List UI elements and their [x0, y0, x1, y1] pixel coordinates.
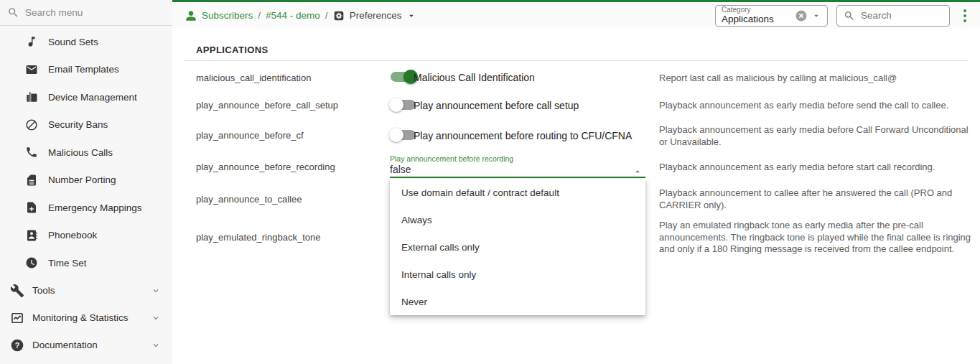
pref-key: play_announce_before_call_setup [196, 100, 338, 111]
toolbar-search[interactable] [836, 5, 950, 27]
dropdown-option[interactable]: Use domain default / contract default [390, 179, 645, 206]
select-dropdown-menu: Use domain default / contract default Al… [390, 179, 645, 315]
kebab-menu-icon[interactable] [960, 6, 970, 25]
pref-key: play_announce_before_cf [196, 130, 304, 141]
pref-key: play_announce_to_callee [196, 194, 302, 205]
select-play-announce-before-recording[interactable]: Play announcement before recording false [390, 154, 645, 178]
toggle-label: Malicious Call Identification [414, 72, 535, 83]
sidebar-item-device-management[interactable]: Device Management [0, 83, 172, 111]
sim-card-icon [25, 174, 38, 187]
pref-key: play_emulated_ringback_tone [196, 232, 320, 243]
sidebar-item-email-templates[interactable]: Email Templates [0, 56, 172, 84]
sidebar-item-security-bans[interactable]: Security Bans [0, 111, 172, 139]
select-field-value: false [390, 164, 411, 175]
sidebar-item-emergency-mappings[interactable]: Emergency Mappings [0, 194, 172, 222]
block-icon [25, 118, 38, 131]
help-circle-icon: ? [10, 338, 24, 353]
pref-description: Playback announcement to callee after he… [659, 187, 972, 211]
breadcrumb-subscriber-id[interactable]: #544 - demo [266, 10, 320, 21]
breadcrumb: Subscribers / #544 - demo / Preferences [185, 10, 416, 22]
sidebar-search-input[interactable] [25, 7, 147, 18]
clear-circle-icon[interactable] [795, 9, 808, 22]
fax-device-icon [25, 90, 38, 103]
sidebar-search[interactable] [0, 0, 172, 26]
chevron-down-icon [151, 286, 161, 296]
triangle-down-icon[interactable] [406, 11, 416, 21]
sidebar-item-number-porting[interactable]: Number Porting [0, 167, 172, 195]
sidebar-section-label: Monitoring & Statistics [32, 312, 129, 323]
dropdown-option[interactable]: External calls only [390, 233, 645, 261]
phone-icon [25, 146, 38, 159]
pref-key: play_announce_before_recording [196, 162, 335, 172]
triangle-up-icon[interactable] [633, 167, 643, 177]
settings-square-icon [333, 10, 345, 22]
sidebar-item-label: Phonebook [48, 230, 97, 241]
envelope-icon [25, 63, 38, 76]
chevron-down-icon [151, 313, 161, 323]
toggle-label: Play announcement before call setup [414, 100, 579, 111]
pref-description: Play an emulated ringback tone as early … [659, 220, 972, 256]
toggle-label: Play announcement before routing to CFU/… [414, 130, 632, 141]
clock-icon [25, 256, 38, 269]
sidebar-section-documentation[interactable]: ? Documentation [0, 332, 172, 359]
sidebar-item-phonebook[interactable]: Phonebook [0, 222, 172, 250]
chart-icon [10, 311, 24, 325]
sidebar-item-label: Emergency Mappings [48, 202, 142, 213]
sidebar-item-label: Email Templates [48, 64, 119, 75]
main-panel: Subscribers / #544 - demo / Preferences … [172, 0, 980, 364]
category-select-value: Applications [722, 14, 774, 24]
dropdown-option[interactable]: Never [390, 288, 645, 315]
dropdown-option[interactable]: Internal calls only [390, 261, 645, 288]
sidebar-item-time-set[interactable]: Time Set [0, 249, 172, 277]
triangle-down-icon[interactable] [811, 11, 821, 21]
toggle-knob [389, 128, 403, 142]
magnifier-icon [7, 6, 19, 19]
chevron-down-icon [151, 340, 161, 350]
app-window: Sound Sets Email Templates Device Manage… [0, 0, 980, 364]
breadcrumb-separator: / [258, 10, 261, 21]
section-divider [184, 60, 969, 61]
sidebar-nav: Sound Sets Email Templates Device Manage… [0, 26, 172, 359]
pref-description: Playback announcement as early media bef… [659, 124, 972, 148]
person-icon [185, 10, 197, 22]
category-select[interactable]: Category Applications [715, 5, 828, 27]
sidebar-item-label: Device Management [48, 92, 137, 103]
sidebar-item-label: Time Set [48, 258, 87, 269]
magnifier-icon [844, 10, 855, 22]
pref-key: malicious_call_identification [196, 73, 311, 83]
sidebar-item-malicious-calls[interactable]: Malicious Calls [0, 139, 172, 167]
sidebar-item-sound-sets[interactable]: Sound Sets [0, 28, 172, 56]
toggle-knob [389, 98, 403, 112]
section-title: APPLICATIONS [196, 45, 269, 55]
breadcrumb-separator: / [325, 10, 328, 21]
sidebar-section-monitoring-statistics[interactable]: Monitoring & Statistics [0, 304, 172, 332]
sidebar-item-label: Number Porting [48, 174, 116, 185]
pref-description: Playback announcement as early media bef… [659, 162, 972, 174]
top-toolbar: Subscribers / #544 - demo / Preferences … [172, 2, 980, 29]
sidebar-section-label: Tools [32, 285, 55, 296]
sidebar-item-label: Security Bans [48, 119, 108, 130]
music-note-icon [25, 35, 38, 48]
pref-description: Report last call as malicious by calling… [659, 73, 972, 85]
pref-description: Playback announcement as early media bef… [659, 100, 972, 112]
sidebar-section-tools[interactable]: Tools [0, 277, 172, 304]
breadcrumb-preferences[interactable]: Preferences [350, 10, 402, 21]
select-field-label: Play announcement before recording [390, 154, 513, 163]
dropdown-option[interactable]: Always [390, 206, 645, 233]
toolbar-search-input[interactable] [861, 10, 940, 21]
breadcrumb-subscribers[interactable]: Subscribers [202, 10, 253, 21]
svg-text:?: ? [15, 340, 20, 349]
tools-icon [10, 284, 24, 298]
sidebar-item-label: Sound Sets [48, 37, 98, 47]
sidebar-item-label: Malicious Calls [48, 147, 113, 158]
sidebar-section-label: Documentation [32, 340, 98, 350]
sidebar: Sound Sets Email Templates Device Manage… [0, 0, 172, 364]
contact-book-icon [25, 229, 38, 242]
file-plus-icon [25, 201, 38, 214]
